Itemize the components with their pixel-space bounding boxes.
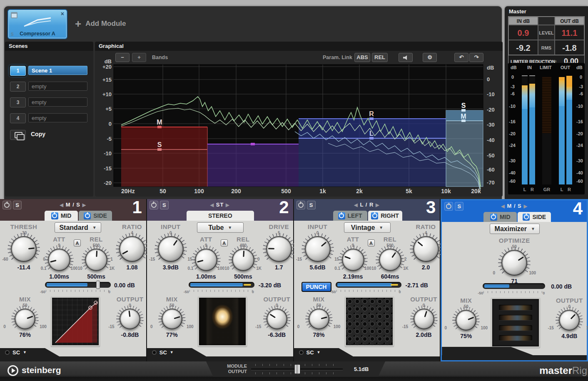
ratio-knob[interactable]: [413, 236, 439, 262]
scene-name-4[interactable]: empty: [28, 113, 87, 122]
band4-tab-mid[interactable]: MID: [483, 212, 517, 222]
band3-r-label: R: [369, 110, 374, 117]
out-db-header: OUT dB: [555, 17, 584, 25]
mix-knob[interactable]: [456, 310, 476, 331]
chevron-down-icon: ▼: [531, 227, 535, 231]
power-icon[interactable]: [338, 212, 345, 219]
attack-knob[interactable]: [342, 249, 364, 271]
scenes-title: Scenes: [5, 42, 93, 51]
input-knob[interactable]: [158, 236, 184, 262]
next-arrow-icon: ▶: [226, 202, 229, 207]
band1-tab-side[interactable]: SIDE: [79, 211, 112, 221]
add-module-button[interactable]: + Add Module: [75, 18, 126, 30]
graphical-title: Graphical: [95, 42, 503, 51]
thresh-knob[interactable]: [11, 236, 37, 262]
band3-tab-left[interactable]: LEFT: [333, 211, 367, 221]
scene-name-1[interactable]: Scene 1: [28, 66, 87, 75]
svg-text:-20: -20: [104, 180, 112, 186]
scene-copy-button[interactable]: [10, 130, 26, 140]
module-tile-compressor[interactable]: × S Compressor A: [7, 9, 67, 39]
band2-input: INPUT 0 -1515 3.9dB: [151, 223, 191, 271]
band4-gr-meter[interactable]: [483, 283, 545, 289]
power-icon[interactable]: [51, 212, 58, 219]
band2-tube-display: [198, 296, 247, 346]
input-knob[interactable]: [305, 236, 331, 262]
band2-tab-stereo[interactable]: STEREO: [187, 211, 254, 221]
band1-m-handle[interactable]: [157, 126, 162, 128]
module-output-handle[interactable]: [294, 364, 300, 374]
power-icon[interactable]: [371, 212, 378, 219]
out-rms-value: -1.8: [555, 40, 584, 55]
scene-button-2[interactable]: 2: [10, 82, 26, 92]
svg-text:200: 200: [231, 188, 241, 194]
scene-name-3[interactable]: empty: [28, 97, 87, 107]
band1-gr-meter[interactable]: [45, 282, 111, 288]
band1-sidechain-tab[interactable]: SC ▼: [0, 348, 62, 356]
band4-mode-selector[interactable]: ◀ M / S ▶: [442, 203, 587, 209]
band3-l-handle[interactable]: [369, 137, 374, 139]
band2-sidechain-tab[interactable]: SC ▼: [147, 348, 209, 356]
band1-transfer-curve-display[interactable]: [51, 296, 100, 346]
output-knob[interactable]: [559, 310, 580, 331]
band1-region[interactable]: [121, 127, 207, 187]
scene-name-2[interactable]: empty: [28, 82, 87, 91]
mix-knob[interactable]: [15, 309, 35, 329]
svg-text:-10: -10: [487, 91, 495, 97]
mix-knob[interactable]: [162, 309, 182, 329]
punch-button[interactable]: PUNCH: [301, 282, 331, 292]
band4-s-label: S: [461, 102, 466, 109]
drive-knob[interactable]: [266, 236, 292, 262]
band2-mode-selector[interactable]: ◀ ST ▶: [147, 202, 293, 208]
release-knob[interactable]: [232, 249, 254, 271]
spectrum-plot[interactable]: M S R L S M dB +20 +15 +10 +5 0 -5 -10: [95, 57, 503, 196]
close-icon[interactable]: ×: [61, 11, 64, 17]
band4-s-handle[interactable]: [461, 109, 466, 112]
output-knob[interactable]: [414, 309, 434, 329]
band1-mix: MIX 50 0100 76%: [5, 296, 45, 338]
attack-knob[interactable]: [195, 249, 217, 271]
attack-knob[interactable]: [48, 249, 70, 271]
band3-preset-dropdown[interactable]: Vintage▼: [344, 222, 391, 233]
band3-mode-selector[interactable]: ◀ L / R ▶: [294, 202, 440, 208]
band3-gr-meter[interactable]: [336, 282, 401, 288]
release-knob[interactable]: [379, 249, 401, 271]
band1-tab-mid[interactable]: MID: [45, 211, 78, 221]
scene-button-3[interactable]: 3: [10, 97, 26, 107]
ratio-knob[interactable]: [119, 236, 145, 262]
footer-bar: steinberg MODULE OUTPUT 5.1dB masterRig: [0, 361, 588, 381]
band2-gr-meter[interactable]: [189, 282, 254, 288]
band-module-2: S ◀ ST ▶ 2 STEREO Tube▼ INPUT 0 -1515: [147, 199, 294, 361]
svg-text:+15: +15: [102, 77, 112, 83]
band3-output: OUTPUT 0 -1515 2.0dB: [404, 296, 444, 338]
band-module-4: S ◀ M / S ▶ 4 MID SIDE Maximizer▼: [441, 199, 588, 361]
power-icon[interactable]: [84, 212, 91, 219]
power-icon[interactable]: [490, 214, 497, 221]
band3-tab-right[interactable]: RIGHT: [368, 211, 402, 221]
band4-sidechain-tab[interactable]: [442, 347, 538, 355]
band1-preset-dropdown[interactable]: Standard▼: [55, 222, 101, 233]
band4-output: OUTPUT 0 -1515 4.9dB: [549, 297, 588, 339]
power-icon[interactable]: [523, 214, 530, 221]
in-level-value: 0.9: [508, 25, 538, 40]
band2-region[interactable]: [207, 144, 299, 187]
scene-button-1[interactable]: 1: [10, 66, 26, 76]
band3-sidechain-tab[interactable]: SC ▼: [294, 348, 356, 356]
band2-handle[interactable]: [251, 143, 255, 145]
svg-text:-20: -20: [487, 107, 495, 113]
release-knob[interactable]: [85, 249, 107, 271]
output-knob[interactable]: [120, 309, 140, 329]
mix-knob[interactable]: [309, 309, 329, 329]
band1-s-handle[interactable]: [157, 148, 162, 151]
band4-tab-side[interactable]: SIDE: [518, 212, 551, 222]
gr-handle[interactable]: [96, 281, 100, 289]
band4-preset-dropdown[interactable]: Maximizer▼: [490, 224, 540, 234]
band2-preset-dropdown[interactable]: Tube▼: [197, 222, 244, 233]
optimize-knob[interactable]: [501, 250, 527, 276]
output-knob[interactable]: [267, 309, 287, 329]
band1-mode-selector[interactable]: ◀ M / S ▶: [0, 202, 146, 208]
band3-r-handle[interactable]: [369, 117, 374, 120]
module-tile-label: Compressor A: [8, 31, 67, 37]
band4-number: 4: [573, 199, 583, 219]
in-rms-value: -9.2: [508, 40, 538, 55]
scene-button-4[interactable]: 4: [10, 113, 26, 123]
